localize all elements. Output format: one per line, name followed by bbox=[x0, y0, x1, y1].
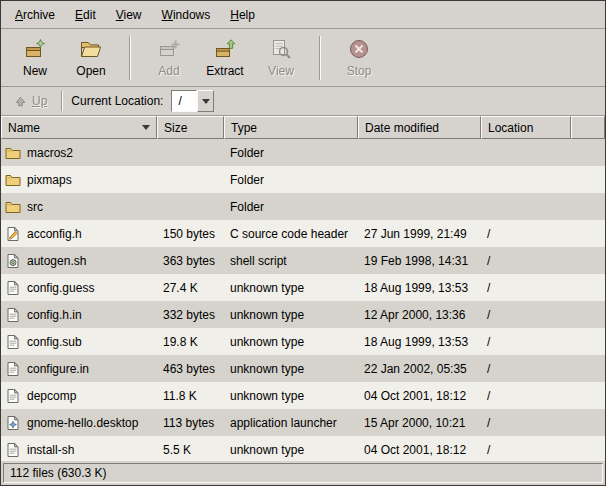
cell-name: config.h.in bbox=[1, 307, 157, 323]
cell-location: / bbox=[481, 389, 571, 403]
toolbar-button-label: New bbox=[23, 64, 47, 78]
cell-date-modified: 18 Aug 1999, 13:53 bbox=[358, 281, 481, 295]
folder-icon bbox=[5, 145, 21, 161]
cell-name: acconfig.h bbox=[1, 226, 157, 242]
cell-date-modified: 15 Apr 2000, 10:21 bbox=[358, 416, 481, 430]
location-bar: Up Current Location: / bbox=[1, 87, 605, 116]
open-button[interactable]: Open bbox=[63, 32, 119, 84]
cell-size: 332 bytes bbox=[157, 308, 224, 322]
text-file-icon bbox=[5, 307, 21, 323]
text-file-icon bbox=[5, 388, 21, 404]
file-name: config.guess bbox=[27, 281, 94, 295]
file-row-config.guess[interactable]: config.guess27.4 Kunknown type18 Aug 199… bbox=[1, 274, 605, 301]
cell-size: 363 bytes bbox=[157, 254, 224, 268]
column-header-filler[interactable] bbox=[571, 116, 605, 139]
cell-name: gnome-hello.desktop bbox=[1, 415, 157, 431]
current-location-label: Current Location: bbox=[71, 94, 163, 108]
column-header-type[interactable]: Type bbox=[224, 116, 358, 139]
file-name: acconfig.h bbox=[27, 227, 82, 241]
cell-location: / bbox=[481, 443, 571, 457]
stop-icon bbox=[347, 37, 371, 61]
view-file-icon bbox=[269, 37, 293, 61]
file-name: autogen.sh bbox=[27, 254, 86, 268]
extract-icon bbox=[213, 37, 237, 61]
add-files-icon bbox=[157, 37, 181, 61]
c-header-file-icon bbox=[5, 226, 21, 242]
cell-name: src bbox=[1, 199, 157, 215]
column-header-label: Name bbox=[8, 121, 40, 135]
view-button: View bbox=[253, 32, 309, 84]
menu-bar: ArchiveEditViewWindowsHelp bbox=[1, 1, 605, 29]
cell-type: unknown type bbox=[224, 362, 358, 376]
file-name: gnome-hello.desktop bbox=[27, 416, 138, 430]
stop-button: Stop bbox=[331, 32, 387, 84]
column-header-location[interactable]: Location bbox=[481, 116, 571, 139]
cell-name: install-sh bbox=[1, 442, 157, 458]
location-value[interactable]: / bbox=[171, 90, 197, 112]
cell-name: autogen.sh bbox=[1, 253, 157, 269]
cell-size: 150 bytes bbox=[157, 227, 224, 241]
file-row-configure.in[interactable]: configure.in463 bytesunknown type22 Jan … bbox=[1, 355, 605, 382]
menu-windows[interactable]: Windows bbox=[152, 3, 221, 27]
file-row-config.sub[interactable]: config.sub19.8 Kunknown type18 Aug 1999,… bbox=[1, 328, 605, 355]
toolbar-separator bbox=[129, 36, 131, 80]
up-button[interactable]: Up bbox=[7, 91, 53, 112]
cell-type: application launcher bbox=[224, 416, 358, 430]
cell-name: macros2 bbox=[1, 145, 157, 161]
file-row-gnome-hello.desktop[interactable]: gnome-hello.desktop113 bytesapplication … bbox=[1, 409, 605, 436]
cell-location: / bbox=[481, 416, 571, 430]
file-row-depcomp[interactable]: depcomp11.8 Kunknown type04 Oct 2001, 18… bbox=[1, 382, 605, 409]
cell-type: unknown type bbox=[224, 308, 358, 322]
cell-location: / bbox=[481, 281, 571, 295]
cell-type: unknown type bbox=[224, 389, 358, 403]
file-row-install-sh[interactable]: install-sh5.5 Kunknown type04 Oct 2001, … bbox=[1, 436, 605, 461]
cell-location: / bbox=[481, 308, 571, 322]
extract-button[interactable]: Extract bbox=[197, 32, 253, 84]
text-file-icon bbox=[5, 442, 21, 458]
menu-archive[interactable]: Archive bbox=[5, 3, 65, 27]
file-name: src bbox=[27, 200, 43, 214]
column-header-label: Location bbox=[488, 121, 533, 135]
cell-name: pixmaps bbox=[1, 172, 157, 188]
file-list: macros2FolderpixmapsFoldersrcFolderaccon… bbox=[1, 139, 605, 461]
toolbar: NewOpenAddExtractViewStop bbox=[1, 29, 605, 87]
cell-type: unknown type bbox=[224, 281, 358, 295]
cell-type: shell script bbox=[224, 254, 358, 268]
file-name: macros2 bbox=[27, 146, 73, 160]
new-button[interactable]: New bbox=[7, 32, 63, 84]
column-header-label: Type bbox=[231, 121, 257, 135]
file-name: install-sh bbox=[27, 443, 74, 457]
cell-date-modified: 19 Feb 1998, 14:31 bbox=[358, 254, 481, 268]
column-header-date-modified[interactable]: Date modified bbox=[358, 116, 481, 139]
file-row-src[interactable]: srcFolder bbox=[1, 193, 605, 220]
file-row-acconfig.h[interactable]: acconfig.h150 bytesC source code header2… bbox=[1, 220, 605, 247]
file-row-macros2[interactable]: macros2Folder bbox=[1, 139, 605, 166]
cell-date-modified: 04 Oct 2001, 18:12 bbox=[358, 443, 481, 457]
file-name: pixmaps bbox=[27, 173, 72, 187]
column-header-label: Date modified bbox=[365, 121, 439, 135]
toolbar-button-label: Stop bbox=[347, 64, 372, 78]
new-archive-icon bbox=[23, 37, 47, 61]
menu-edit[interactable]: Edit bbox=[65, 3, 106, 27]
script-file-icon bbox=[5, 253, 21, 269]
column-header-size[interactable]: Size bbox=[157, 116, 224, 139]
archive-manager-window: ArchiveEditViewWindowsHelp NewOpenAddExt… bbox=[0, 0, 606, 486]
menu-view[interactable]: View bbox=[106, 3, 152, 27]
toolbar-button-label: Open bbox=[76, 64, 105, 78]
cell-size: 463 bytes bbox=[157, 362, 224, 376]
location-combobox[interactable]: / bbox=[171, 90, 214, 112]
sort-indicator-icon bbox=[142, 125, 150, 130]
cell-location: / bbox=[481, 227, 571, 241]
toolbar-separator bbox=[319, 36, 321, 80]
cell-size: 113 bytes bbox=[157, 416, 224, 430]
status-bar-frame: 112 files (630.3 K) bbox=[3, 463, 603, 483]
menu-help[interactable]: Help bbox=[220, 3, 265, 27]
location-dropdown-button[interactable] bbox=[197, 90, 214, 112]
column-header-name[interactable]: Name bbox=[1, 116, 157, 139]
file-name: config.h.in bbox=[27, 308, 82, 322]
cell-type: Folder bbox=[224, 200, 358, 214]
file-row-autogen.sh[interactable]: autogen.sh363 bytesshell script19 Feb 19… bbox=[1, 247, 605, 274]
file-row-config.h.in[interactable]: config.h.in332 bytesunknown type12 Apr 2… bbox=[1, 301, 605, 328]
location-bar-separator bbox=[61, 91, 63, 111]
file-row-pixmaps[interactable]: pixmapsFolder bbox=[1, 166, 605, 193]
